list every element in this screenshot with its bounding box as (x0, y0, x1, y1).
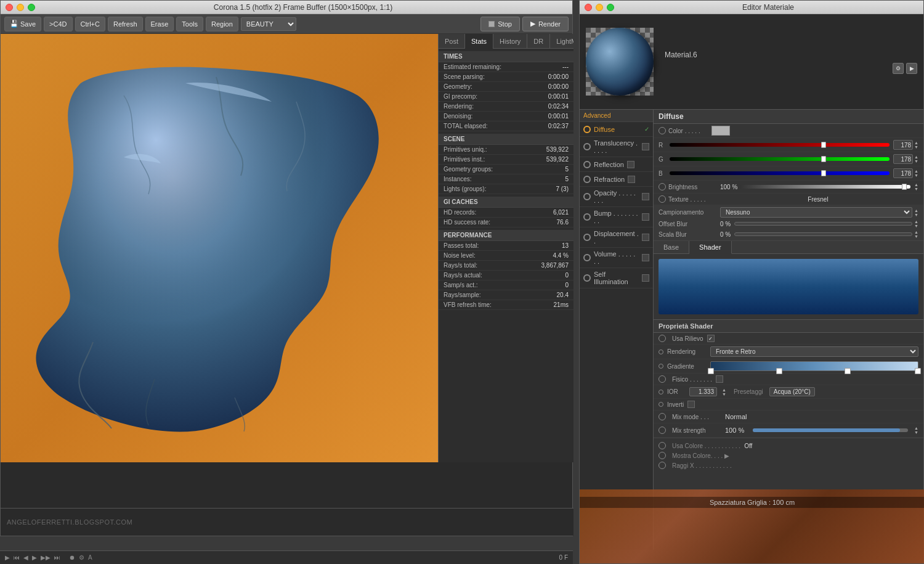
tab-history[interactable]: History (493, 34, 527, 49)
material-preview-bg (586, 28, 654, 96)
gradient-stop-3[interactable] (915, 368, 921, 374)
minimize-button[interactable] (17, 4, 24, 11)
layer-volume[interactable]: Volume . . . . . . . (580, 248, 653, 268)
layer-diffuse[interactable]: Diffuse ✓ (580, 122, 653, 137)
layer-reflection[interactable]: Reflection (580, 157, 653, 172)
offset-blur-slider[interactable] (734, 222, 912, 226)
tools-button[interactable]: Tools (176, 17, 203, 31)
erase-button[interactable]: Erase (145, 17, 174, 31)
tab-base[interactable]: Base (654, 241, 689, 253)
brightness-up[interactable]: ▲ (914, 182, 918, 187)
mostra-colore-row[interactable]: Mostra Colore. . . . ▶ (659, 451, 918, 460)
rendering-dropdown[interactable]: Fronte e Retro (710, 346, 918, 357)
gi-section: GI CACHES (439, 197, 573, 208)
mix-strength-slider[interactable] (753, 428, 908, 432)
me-close-button[interactable] (585, 4, 592, 11)
tab-stats[interactable]: Stats (465, 34, 493, 49)
layer-bump[interactable]: Bump . . . . . . . . . (580, 207, 653, 227)
usa-colore-label: Usa Colore . . . . . . . . . . . (672, 443, 740, 449)
timeline-play[interactable]: ▶ (32, 554, 37, 561)
gradient-stop-2[interactable] (845, 368, 851, 374)
fisico-checkbox[interactable] (716, 375, 723, 383)
gradient-stop-1[interactable] (776, 368, 782, 374)
beauty-select[interactable]: BEAUTY (241, 17, 296, 31)
g-value-input[interactable] (893, 154, 913, 164)
stat-gi-precomp: GI precomp: 0:00:01 (439, 92, 573, 102)
brightness-down[interactable]: ▼ (914, 187, 918, 191)
mix-mode-value: Normal (725, 413, 747, 420)
b-up-arrow[interactable]: ▲ (914, 169, 918, 173)
usa-rilievo-checkbox[interactable]: ✓ (707, 335, 715, 342)
ior-input[interactable] (689, 387, 717, 396)
inverti-checkbox[interactable] (687, 401, 695, 408)
save-button[interactable]: 💾 Save (4, 17, 41, 31)
tab-dr[interactable]: DR (527, 34, 550, 49)
b-slider[interactable] (670, 171, 890, 175)
offset-blur-arrows: ▲ ▼ (914, 219, 918, 228)
stat-scene-parsing: Scene parsing: 0:00:00 (439, 72, 573, 82)
layer-dot-reflection (583, 161, 591, 168)
material-editor-title-bar: Editor Materiale (580, 1, 923, 14)
campionamento-label: Campionamento (659, 209, 720, 216)
ior-dot (659, 390, 663, 394)
stat-hd-records: HD records: 6,021 (439, 208, 573, 218)
r-channel-row: R ▲ ▼ (654, 138, 923, 152)
scala-blur-slider[interactable] (734, 232, 912, 236)
layer-dot-opacity (583, 193, 591, 200)
layer-dot-self-illumination (583, 274, 591, 282)
timeline-record[interactable]: ⏺ (69, 554, 75, 561)
watermark: ANGELOFERRETTI.BLOGSPOT.COM (7, 518, 132, 526)
gradiente-bar-wrapper (710, 361, 918, 371)
r-arrows: ▲ ▼ (914, 141, 918, 149)
ctrl-c-button[interactable]: Ctrl+C (75, 17, 105, 31)
campionamento-row: Campionamento Nessuno ▲ ▼ (659, 207, 918, 218)
preview-icon-1[interactable]: ⚙ (893, 63, 904, 74)
mostra-colore-dot (659, 452, 666, 459)
material-layers-panel: Advanced Diffuse ✓ Translucency . . . . … (580, 110, 654, 550)
g-slider[interactable] (670, 157, 890, 161)
g-up-arrow[interactable]: ▲ (914, 155, 918, 159)
opacity-check (642, 193, 649, 200)
g-down-arrow[interactable]: ▼ (914, 159, 918, 163)
b-value-input[interactable] (893, 168, 913, 178)
frame-buffer-title-bar: Corona 1.5 (hotfix 2) Frame Buffer (1500… (1, 1, 572, 14)
g-label: G (659, 156, 666, 163)
render-button[interactable]: ▶ Render (522, 17, 569, 31)
offset-blur-label: Offset Blur (659, 221, 720, 227)
b-down-arrow[interactable]: ▼ (914, 173, 918, 178)
layer-self-illumination[interactable]: Self Illumination (580, 268, 653, 288)
stop-button[interactable]: Stop (480, 17, 520, 31)
me-minimize-button[interactable] (596, 4, 603, 11)
layer-displacement[interactable]: Displacement . . (580, 227, 653, 248)
region-button[interactable]: Region (206, 17, 238, 31)
stat-estimated: Estimated remaining: --- (439, 62, 573, 72)
stat-lights-groups: Lights (groups): 7 (3) (439, 184, 573, 194)
maximize-button[interactable] (28, 4, 35, 11)
c4d-button[interactable]: >C4D (44, 17, 72, 31)
layer-opacity[interactable]: Opacity . . . . . . . . (580, 187, 653, 207)
color-swatch[interactable] (711, 126, 730, 136)
gradient-stop-0[interactable] (708, 368, 714, 374)
refresh-button[interactable]: Refresh (108, 17, 143, 31)
layer-refraction[interactable]: Refraction (580, 172, 653, 187)
close-button[interactable] (6, 4, 13, 11)
tab-post[interactable]: Post (439, 34, 465, 49)
material-editor-window: Editor Materiale Material.6 ⚙ ▶ Advanced… (579, 0, 924, 564)
r-slider[interactable] (670, 143, 890, 147)
timeline-auto[interactable]: A (88, 554, 92, 561)
tab-lightmix[interactable]: LightMix (550, 34, 573, 49)
r-value-input[interactable] (893, 140, 913, 150)
preview-icon-2[interactable]: ▶ (906, 63, 917, 74)
timeline-settings[interactable]: ⚙ (79, 554, 84, 561)
brightness-slider[interactable] (740, 185, 910, 189)
r-down-arrow[interactable]: ▼ (914, 145, 918, 149)
layer-translucency[interactable]: Translucency . . . . . (580, 137, 653, 157)
tab-shader[interactable]: Shader (689, 241, 731, 254)
campionamento-select[interactable]: Nessuno (720, 207, 912, 218)
gradiente-bar[interactable] (710, 361, 918, 371)
timeline-rewind: ⏮ (14, 554, 20, 561)
raggi-x-label: Raggi X . . . . . . . . . . . (672, 462, 732, 469)
me-maximize-button[interactable] (607, 4, 614, 11)
r-up-arrow[interactable]: ▲ (914, 141, 918, 145)
displacement-check (642, 234, 649, 241)
